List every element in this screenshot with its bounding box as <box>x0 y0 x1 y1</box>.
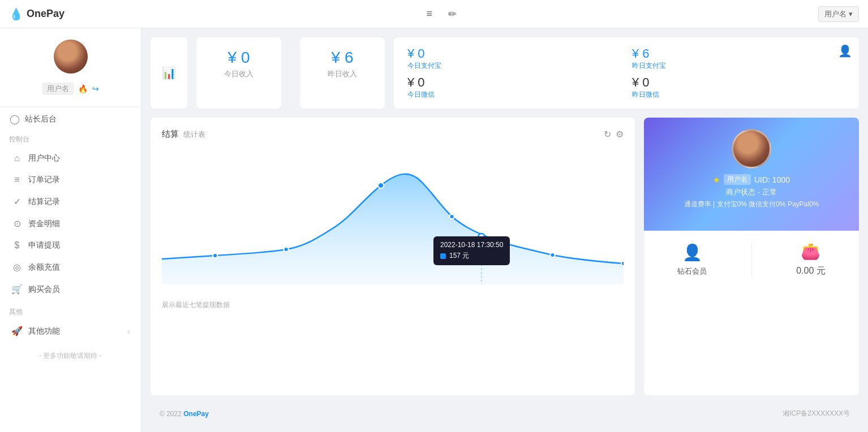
user-dropdown[interactable]: 用户名 ▾ <box>818 6 859 22</box>
layout: 用户名 🔥 ↪ ◯ 站长后台 控制台 ⌂ 用户中心 ≡ 订单记录 ✓ 结算记录 … <box>0 28 868 432</box>
cart-icon: 🛒 <box>11 284 23 295</box>
sidebar-label-settlement-records: 结算记录 <box>28 197 60 207</box>
merchant-status: 商户状态 - 正常 <box>684 187 819 197</box>
bar-chart-icon: 📊 <box>162 66 176 80</box>
star-icon: ★ <box>713 175 720 184</box>
sidebar-item-other-functions[interactable]: 🚀 其他功能 ‹ <box>0 320 141 342</box>
header-actions: ≡ ✏ <box>422 6 461 23</box>
chart-point-2 <box>284 247 289 252</box>
sidebar-item-recharge[interactable]: ◎ 余额充值 <box>0 256 141 278</box>
chart-title: 结算 统计表 <box>162 129 205 140</box>
main-footer: © 2022 OnePay 湘ICP备2XXXXXXX号 <box>151 404 859 423</box>
sidebar-label-order-records: 订单记录 <box>28 175 60 185</box>
today-wechat-label[interactable]: 今日微信 <box>407 90 435 100</box>
today-income-label: 今日收入 <box>224 69 253 79</box>
sidebar: 用户名 🔥 ↪ ◯ 站长后台 控制台 ⌂ 用户中心 ≡ 订单记录 ✓ 结算记录 … <box>0 28 141 432</box>
today-alipay-label[interactable]: 今日支付宝 <box>407 61 441 71</box>
chart-point-1 <box>213 253 217 258</box>
yesterday-wechat-label[interactable]: 昨日微信 <box>632 90 659 100</box>
wallet-icon: 👛 <box>801 242 820 261</box>
middle-row: 结算 统计表 ↻ ⚙ <box>151 118 859 395</box>
today-alipay: ¥ 0 今日支付宝 <box>407 46 621 71</box>
today-wechat: ¥ 0 今日微信 <box>407 75 621 100</box>
sidebar-label-other-functions: 其他功能 <box>28 326 60 336</box>
member-icon: 👤 <box>682 243 702 262</box>
sidebar-label-withdraw: 申请提现 <box>28 240 60 250</box>
yesterday-income-amount: ¥ 6 <box>332 49 354 67</box>
stats-row: 📊 ¥ 0 今日收入 ¥ 6 昨日收入 👤 ¥ 0 今日支付宝 <box>151 37 859 109</box>
sidebar-item-withdraw[interactable]: $ 申请提现 <box>0 235 141 256</box>
sidebar-item-webmaster[interactable]: ◯ 站长后台 <box>9 114 132 124</box>
profile-actions: 用户名 🔥 ↪ <box>42 83 99 95</box>
logo: 💧 OnePay <box>9 7 65 21</box>
divider-1 <box>290 37 291 109</box>
sidebar-label-user-center: 用户中心 <box>28 153 60 163</box>
chart-point-3 <box>449 214 454 219</box>
today-income-amount: ¥ 0 <box>228 49 250 67</box>
chart-icon-card: 📊 <box>151 37 187 109</box>
balance-amount: 0.00 元 <box>796 265 826 277</box>
control-section-label: 控制台 <box>0 128 141 148</box>
uid-row: ★ 用户名 UID: 1000 <box>684 174 819 185</box>
chart-refresh-btn[interactable]: ↻ <box>604 129 611 140</box>
sidebar-item-order-records[interactable]: ≡ 订单记录 <box>0 169 141 191</box>
yesterday-wechat: ¥ 0 昨日微信 <box>632 75 845 100</box>
copyright-text: © 2022 OnePay <box>160 410 209 418</box>
sidebar-profile: 用户名 🔥 ↪ <box>0 28 141 107</box>
other-section-label: 其他 <box>0 300 141 320</box>
chart-title-main: 结算 <box>162 129 179 139</box>
yesterday-alipay: ¥ 6 昨日支付宝 <box>632 46 845 71</box>
chart-point-5 <box>621 261 624 266</box>
today-income-card: ¥ 0 今日收入 <box>196 37 281 109</box>
person-icon: 👤 <box>838 44 852 58</box>
user-info-card: ★ 用户名 UID: 1000 商户状态 - 正常 通道费率 | 支付宝0% 微… <box>644 118 859 395</box>
chart-area-fill <box>162 174 624 284</box>
rocket-icon: 🚀 <box>11 326 23 336</box>
today-alipay-amount: ¥ 0 <box>407 46 425 61</box>
icp-number: 湘ICP备2XXXXXXX号 <box>783 409 850 418</box>
recharge-icon: ◎ <box>11 262 23 273</box>
menu-button[interactable]: ≡ <box>422 6 437 22</box>
avatar <box>54 40 88 74</box>
member-info: 👤 钻石会员 <box>677 243 707 277</box>
main-content: 📊 ¥ 0 今日收入 ¥ 6 昨日收入 👤 ¥ 0 今日支付宝 <box>141 28 868 432</box>
sidebar-item-settlement-records[interactable]: ✓ 结算记录 <box>0 191 141 213</box>
avatar-image <box>54 40 88 74</box>
sidebar-label-buy-member: 购买会员 <box>28 284 60 295</box>
payment-stats-card: 👤 ¥ 0 今日支付宝 ¥ 6 昨日支付宝 ¥ 0 今日微信 ¥ 0 昨日微信 <box>394 37 859 109</box>
user-card-bottom: 👤 钻石会员 👛 0.00 元 <box>644 231 859 288</box>
webmaster-section: ◯ 站长后台 <box>0 107 141 128</box>
yesterday-alipay-amount: ¥ 6 <box>632 46 650 61</box>
app-name: OnePay <box>27 8 65 20</box>
yesterday-income-label: 昨日收入 <box>328 69 357 79</box>
uid-text: UID: 1000 <box>754 175 790 184</box>
chart-point-peak <box>378 183 384 188</box>
top-header: 💧 OnePay ≡ ✏ 用户名 ▾ <box>0 0 868 28</box>
today-wechat-amount: ¥ 0 <box>407 75 425 90</box>
logo-icon: 💧 <box>9 7 23 21</box>
sidebar-item-buy-member[interactable]: 🛒 购买会员 <box>0 278 141 300</box>
user-card-avatar <box>732 129 771 169</box>
chart-card: 结算 统计表 ↻ ⚙ <box>151 118 635 395</box>
chart-actions: ↻ ⚙ <box>604 129 624 140</box>
yesterday-alipay-label[interactable]: 昨日支付宝 <box>632 61 666 71</box>
dollar-icon: $ <box>11 240 23 250</box>
chart-footer: 展示最近七笔提现数据 <box>162 300 624 310</box>
profile-fire-btn[interactable]: 🔥 <box>78 84 88 93</box>
footer-brand: OnePay <box>183 410 209 418</box>
chart-settings-btn[interactable]: ⚙ <box>616 129 624 140</box>
sidebar-label-recharge: 余额充值 <box>28 262 60 273</box>
search-icon: ⊙ <box>11 218 23 229</box>
rate-info: 通道费率 | 支付宝0% 微信支付0% PayPal0% <box>684 200 819 209</box>
copyright-year: © 2022 <box>160 410 182 418</box>
sidebar-item-fund-details[interactable]: ⊙ 资金明细 <box>0 213 141 235</box>
sidebar-item-user-center[interactable]: ⌂ 用户中心 <box>0 148 141 169</box>
user-card-header: ★ 用户名 UID: 1000 商户状态 - 正常 通道费率 | 支付宝0% 微… <box>644 118 859 231</box>
edit-button[interactable]: ✏ <box>444 6 461 23</box>
balance-info: 👛 0.00 元 <box>796 242 826 277</box>
user-card-info: ★ 用户名 UID: 1000 商户状态 - 正常 通道费率 | 支付宝0% 微… <box>684 174 819 209</box>
chart-subtitle: 统计表 <box>183 130 205 139</box>
profile-logout-btn[interactable]: ↪ <box>92 84 99 93</box>
yesterday-wechat-amount: ¥ 0 <box>632 75 650 90</box>
sidebar-label-fund-details: 资金明细 <box>28 219 60 229</box>
